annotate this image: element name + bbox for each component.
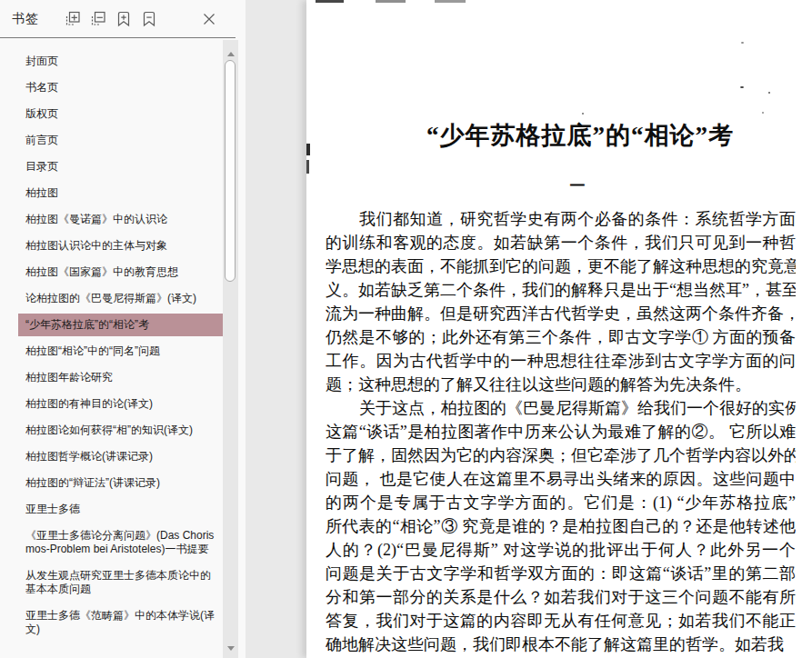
close-icon: [203, 13, 216, 25]
text-line: 问题， 也是它使人在这篇里不易寻出头绪来的原因。这些问题中: [326, 467, 796, 491]
close-panel-button[interactable]: [201, 11, 217, 27]
text-line: 的训练和客观的态度。如若缺第一个条件，我们只可见到一种哲: [326, 231, 796, 254]
bookmark-item[interactable]: 柏拉图《曼诺篇》中的认识论: [18, 208, 223, 231]
scrollbar-thumb[interactable]: [225, 60, 236, 282]
expand-all-icon: [65, 11, 81, 27]
bookmark-item[interactable]: 柏拉图认识论中的主体与对象: [18, 234, 223, 257]
bookmark-item[interactable]: 论柏拉图的《巴曼尼得斯篇》(译文): [18, 287, 223, 310]
bookmark-item-selected[interactable]: “少年苏格拉底”的“相论”考: [18, 314, 223, 336]
bookmark-list: 封面页书名页版权页前言页目录页柏拉图柏拉图《曼诺篇》中的认识论柏拉图认识论中的主…: [0, 43, 223, 658]
collapse-all-button[interactable]: [90, 11, 106, 27]
text-line: 确地解决这些问题，我们即根本不能了解这篇里的哲学。如若我: [326, 633, 796, 656]
scan-artifact: [316, 0, 344, 3]
text-line: 这篇“谈话”是柏拉图著作中历来公认为最难了解的②。 它所以难: [326, 420, 796, 444]
collapse-all-icon: [90, 11, 106, 27]
text-line: 所代表的“相论”③ 究竟是谁的？是柏拉图自己的？还是他转述他: [326, 514, 796, 538]
bookmark-item[interactable]: 《亚里士多德论分离问题》(Das Chorismos-Problem bei A…: [18, 524, 223, 561]
bookmark-item[interactable]: 前言页: [18, 129, 223, 152]
text-line: 题；这种思想的了解又往往以这些问题的解答为先决条件。: [326, 373, 796, 396]
scan-artifact: [435, 0, 466, 3]
text-line: 我们都知道，研究哲学史有两个必备的条件：系统哲学方面: [326, 207, 796, 231]
scan-speck: [762, 112, 764, 114]
text-line: 分和第一部分的关系是什么？如若我们对于这三个问题不能有所: [326, 585, 796, 609]
text-line: 的两个是专属于古文字学方面的。它们是：(1) “少年苏格拉底”: [326, 491, 796, 514]
text-line: 学思想的表面，不能抓到它的问题，更不能了解这种思想的究竟意: [326, 254, 796, 278]
bookmark-item[interactable]: 柏拉图《国家篇》中的教育思想: [18, 261, 223, 284]
bookmark-item[interactable]: 目录页: [18, 155, 223, 178]
bookmark-item[interactable]: 柏拉图的“辩证法”(讲课记录): [18, 472, 223, 494]
expand-all-button[interactable]: [65, 11, 81, 27]
bookmark-item[interactable]: 柏拉图“相论”中的“同名”问题: [18, 340, 223, 363]
scroll-down-icon[interactable]: [223, 642, 238, 654]
bookmark-item[interactable]: 从发生观点研究亚里士多德本质论中的基本本质问题: [18, 564, 223, 601]
bookmark-item[interactable]: 柏拉图哲学概论(讲课记录): [18, 445, 223, 468]
bookmark-item[interactable]: 封面页: [18, 50, 223, 73]
remove-bookmark-button[interactable]: [141, 11, 157, 27]
add-bookmark-button[interactable]: [115, 11, 132, 27]
section-marker: 一: [306, 175, 812, 196]
bookmarks-toolbar: 书签: [0, 0, 236, 38]
bookmark-item[interactable]: 柏拉图论如何获得“相”的知识(译文): [18, 419, 223, 442]
scan-speck: [741, 42, 744, 44]
scan-speck: [582, 113, 584, 115]
panel-title: 书签: [12, 11, 39, 27]
scan-speck: [740, 86, 744, 88]
document-viewer: “少年苏格拉底”的“相论”考 一 我们都知道，研究哲学史有两个必备的条件：系统哲…: [246, 0, 812, 658]
text-line: 人的？(2)“巴曼尼得斯” 对这学说的批评出于何人？此外另一个: [326, 538, 796, 562]
scan-artifact: [376, 0, 406, 3]
bookmarks-panel: 书签: [0, 0, 246, 658]
bookmark-item[interactable]: 柏拉图: [18, 182, 223, 204]
bookmark-item[interactable]: 柏拉图年龄论研究: [18, 366, 223, 389]
text-line: 工作。因为古代哲学中的一种思想往往牵涉到古文字学方面的问: [326, 349, 796, 373]
text-line: 答复，我们对于这篇的内容即无从有任何意见；如若我们不能正: [326, 609, 796, 633]
bookmark-item[interactable]: 书名页: [18, 76, 223, 99]
sidebar-scrollbar[interactable]: [223, 40, 238, 658]
text-line: 关于这点，柏拉图的《巴曼尼得斯篇》给我们一个很好的实例。: [326, 396, 796, 420]
remove-bookmark-icon: [141, 11, 157, 27]
text-line: 义。如若缺乏第二个条件，我们的解释只是出于“想当然耳”，甚至: [326, 278, 796, 302]
scan-artifact: [306, 160, 309, 174]
text-line: 仍然是不够的；此外还有第三个条件，即古文字学① 方面的预备: [326, 325, 796, 349]
bookmark-item[interactable]: 亚里士多德: [18, 498, 223, 521]
add-bookmark-icon: [115, 11, 132, 27]
page-body: 我们都知道，研究哲学史有两个必备的条件：系统哲学方面的训练和客观的态度。如若缺第…: [326, 207, 796, 656]
text-line: 流为一种曲解。但是研究西洋古代哲学史，虽然这两个条件齐备，: [326, 302, 796, 325]
text-line: 于了解，固然因为它的内容深奥；但它牵涉了几个哲学内容以外的: [326, 444, 796, 467]
bookmark-item[interactable]: 亚里士多德《范畴篇》中的本体学说(译文): [18, 604, 223, 641]
text-line: 问题是关于古文字学和哲学双方面的：即这篇“谈话”里的第二部: [326, 562, 796, 585]
bookmark-item[interactable]: 版权页: [18, 103, 223, 125]
bookmark-item[interactable]: 柏拉图的有神目的论(译文): [18, 393, 223, 415]
pdf-page: “少年苏格拉底”的“相论”考 一 我们都知道，研究哲学史有两个必备的条件：系统哲…: [306, 0, 812, 658]
page-title: “少年苏格拉底”的“相论”考: [306, 119, 812, 152]
scroll-up-icon[interactable]: [223, 47, 238, 60]
scan-speck: [768, 92, 770, 94]
